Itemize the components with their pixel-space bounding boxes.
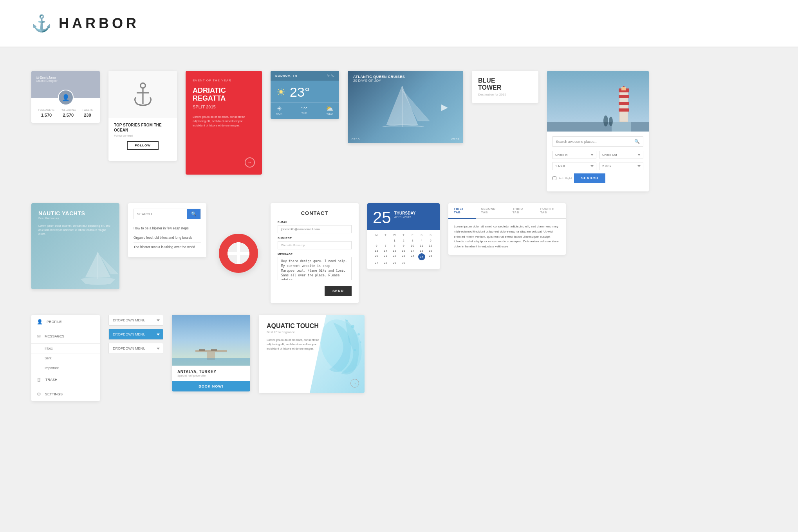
email-input[interactable] [278,225,352,233]
search-result-2[interactable]: Organic food, old bikes and long beards [134,233,201,243]
menu-item-settings[interactable]: ⚙ SETTINGS [31,387,100,401]
antalya-image [172,315,250,366]
header: ⚓ HARBOR [0,0,798,47]
profile-username: @EmilyJane [36,76,56,79]
search-input[interactable] [134,210,187,218]
cruise-timer-1: 03:16 [352,137,359,141]
tab-second[interactable]: SECOND TAB [476,203,507,219]
weather-sun-icon: ☀ [276,105,282,112]
svg-point-17 [609,117,613,126]
dropdown-2[interactable]: DROPDOWN MENU [108,329,163,340]
avatar-wrap: 👤 [58,90,74,105]
dropdown-1[interactable]: DROPDOWN MENU [108,315,163,326]
trash-menu-icon: 🗑 [37,377,42,382]
book-now-button[interactable]: BOOK NOW! [172,381,250,391]
svg-point-29 [351,325,354,328]
menu-item-profile[interactable]: 👤 PROFILE [31,315,100,329]
svg-point-0 [140,83,145,88]
add-flight-label: Add flight [559,177,572,180]
tabs-header: FIRST TAB SECOND TAB THIRD TAB FOURTH TA… [448,203,566,219]
lifering-wrap [215,234,262,273]
weather-forecast: ☀ MON 〰 TUE ⛅ WED [271,102,339,119]
search-input-row: 🔍 [134,209,201,219]
message-textarea[interactable]: Hey there design guru. I need help. My c… [278,257,352,280]
guests-row: 1 Adult 2 Kids [552,162,643,170]
search-result-1[interactable]: How to be a hipster in few easy steps [134,224,201,233]
stat-followers: Followers 1,570 [38,108,54,118]
destination-card: BLUE TOWER Destination for 2015 [472,71,538,103]
brand-name: HARBOR [59,15,139,32]
send-button[interactable]: SEND [325,286,352,296]
antalya-title: ANTALYA, TURKEY [177,370,245,374]
adriatic-arrow-icon[interactable]: → [245,157,255,168]
search-result-3[interactable]: The hipster mania is taking over the wor… [134,243,201,252]
dropdown-3[interactable]: DROPDOWN MENU Mississauga Macedonia Romo… [108,343,163,354]
tab-first[interactable]: FIRST TAB [448,203,476,219]
stories-title: TOP STORIES FROM THE OCEAN [114,123,172,133]
weather-day-name-2: TUE [301,112,307,115]
svg-rect-24 [199,349,205,351]
add-flight-checkbox[interactable] [552,176,556,180]
follow-button[interactable]: FOLLOW [127,141,159,150]
search-place-input[interactable] [553,137,631,146]
date-row: Check In Check Out [552,151,643,159]
stories-card: TOP STORIES FROM THE OCEAN Follow our fe… [108,71,177,161]
dest-title-line1: BLUE [478,77,532,84]
settings-menu-icon: ⚙ [37,391,41,397]
avatar: 👤 [58,90,74,105]
subject-input[interactable] [278,241,352,249]
antalya-subtitle: Special half price offer [177,374,245,377]
inbox-item-inbox[interactable]: Inbox [31,344,100,353]
search-icon-button[interactable]: 🔍 [631,137,643,146]
svg-point-33 [354,349,356,351]
dest-title-line2: TOWER [478,84,532,91]
lighthouse-svg [547,71,649,132]
dropdown-wrap: DROPDOWN MENU DROPDOWN MENU DROPDOWN MEN… [108,315,163,357]
menu-item-trash[interactable]: 🗑 TRASH [31,373,100,387]
menu-item-messages[interactable]: ✉ MESSAGES [31,329,100,344]
nautic-title: NAUTIC YACHTS [38,210,112,216]
weather-day-wed: ⛅ WED [326,105,334,115]
weather-unit: °F °C [327,74,334,78]
svg-rect-26 [172,358,250,366]
messages-menu-icon: ✉ [37,334,41,339]
adults-select[interactable]: 1 Adult [552,162,596,170]
message-label: MESSAGE [278,253,352,256]
weather-card: BODRUM, TR °F °C ☀ 23° ☀ MON 〰 TUE ⛅ WED [271,71,339,119]
antalya-footer: ANTALYA, TURKEY Special half price offer [172,366,250,381]
tab-third[interactable]: THIRD TAB [507,203,535,219]
search-button[interactable]: SEARCH [574,173,605,183]
checkin-select[interactable]: Check In [552,151,596,159]
profile-role: Graphic Designer [36,79,57,82]
anchor-icon: ⚓ [31,14,52,33]
stat-tweets: Tweets 230 [82,108,93,118]
dest-subtitle: Destination for 2015 [478,92,532,97]
lifering-icon [219,234,258,273]
play-icon[interactable]: ▶ [441,102,448,112]
calendar-weekdays: M T W T F S S [372,234,435,236]
svg-rect-11 [619,108,629,112]
calendar-month-year: APRIL/2015 [394,215,416,219]
svg-rect-14 [547,122,649,132]
weather-temp: 23° [290,85,310,100]
kids-select[interactable]: 2 Kids [599,162,643,170]
tab-fourth[interactable]: FOURTH TAB [535,203,566,219]
inbox-item-sent[interactable]: Sent [31,353,100,363]
row-3: 👤 PROFILE ✉ MESSAGES Inbox Sent Importan… [31,315,767,401]
inbox-item-important[interactable]: Important [31,363,100,373]
calendar-card: 25 THURSDAY APRIL/2015 M T W T F S S [367,203,440,269]
sailboat-svg [363,82,441,133]
checkout-select[interactable]: Check Out [599,151,643,159]
stories-body: TOP STORIES FROM THE OCEAN Follow our fe… [108,118,177,155]
search-hotel-card: 🔍 Check In Check Out 1 Adult 2 Kids [547,71,649,191]
adriatic-tag: Event of the year [193,79,255,82]
svg-rect-25 [211,349,217,351]
weather-day-name-3: WED [326,112,334,115]
search-submit-button[interactable]: 🔍 [187,209,200,219]
search-form: 🔍 Check In Check Out 1 Adult 2 Kids [547,132,649,191]
calendar-grid: M T W T F S S 1 2 3 4 5 6 [367,230,440,269]
search-results: How to be a hipster in few easy steps Or… [134,224,201,252]
svg-point-31 [346,320,348,322]
trash-menu-label: TRASH [45,378,58,382]
svg-point-16 [603,115,608,126]
